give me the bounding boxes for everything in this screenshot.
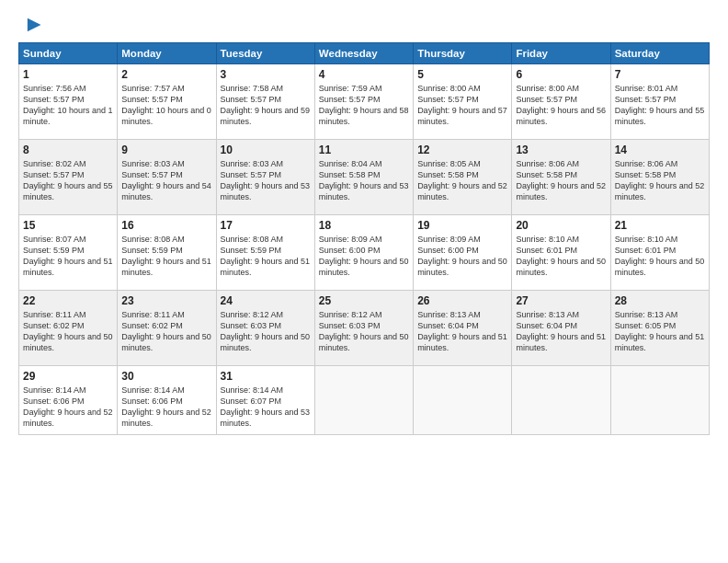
daylight-label: Daylight: 9 hours and 50 minutes. [319, 332, 409, 352]
day-number: 6 [516, 68, 606, 81]
sunset-label: Sunset: 5:57 PM [417, 95, 479, 104]
daylight-label: Daylight: 9 hours and 51 minutes. [221, 257, 311, 277]
day-number: 11 [319, 144, 409, 156]
day-info: Sunrise: 8:10 AM Sunset: 6:01 PM Dayligh… [516, 234, 606, 279]
daylight-label: Daylight: 9 hours and 55 minutes. [23, 181, 113, 201]
daylight-label: Daylight: 9 hours and 50 minutes. [221, 332, 311, 352]
day-info: Sunrise: 7:59 AM Sunset: 5:57 PM Dayligh… [319, 83, 409, 128]
day-number: 23 [121, 294, 211, 307]
sunset-label: Sunset: 5:59 PM [121, 246, 183, 255]
day-info: Sunrise: 8:06 AM Sunset: 5:58 PM Dayligh… [615, 158, 705, 203]
daylight-label: Daylight: 9 hours and 53 minutes. [221, 181, 311, 201]
day-info: Sunrise: 8:14 AM Sunset: 6:06 PM Dayligh… [23, 385, 113, 430]
sunrise-label: Sunrise: 8:14 AM [121, 385, 185, 395]
daylight-label: Daylight: 9 hours and 50 minutes. [121, 332, 211, 352]
daylight-label: Daylight: 9 hours and 50 minutes. [615, 257, 705, 277]
sunrise-label: Sunrise: 8:11 AM [121, 310, 185, 319]
sunrise-label: Sunrise: 8:06 AM [516, 159, 579, 168]
daylight-label: Daylight: 9 hours and 52 minutes. [615, 181, 705, 201]
day-info: Sunrise: 8:14 AM Sunset: 6:06 PM Dayligh… [121, 385, 211, 430]
day-info: Sunrise: 8:07 AM Sunset: 5:59 PM Dayligh… [23, 234, 113, 279]
day-number: 1 [23, 68, 113, 81]
sunset-label: Sunset: 5:57 PM [516, 95, 577, 104]
calendar-cell: 2 Sunrise: 7:57 AM Sunset: 5:57 PM Dayli… [118, 64, 216, 140]
calendar-cell: 18 Sunrise: 8:09 AM Sunset: 6:00 PM Dayl… [314, 215, 413, 291]
sunrise-label: Sunrise: 8:11 AM [23, 310, 86, 319]
calendar-cell [512, 366, 610, 435]
sunrise-label: Sunrise: 8:06 AM [615, 159, 678, 168]
calendar-cell: 16 Sunrise: 8:08 AM Sunset: 5:59 PM Dayl… [118, 215, 216, 291]
day-number: 27 [516, 294, 606, 307]
day-number: 9 [121, 144, 211, 156]
calendar-header-friday: Friday [512, 43, 610, 64]
day-number: 30 [121, 370, 211, 383]
sunrise-label: Sunrise: 8:13 AM [417, 310, 481, 319]
sunset-label: Sunset: 5:57 PM [23, 170, 85, 179]
daylight-label: Daylight: 9 hours and 51 minutes. [615, 332, 705, 352]
calendar-cell: 20 Sunrise: 8:10 AM Sunset: 6:01 PM Dayl… [512, 215, 610, 291]
logo [18, 17, 42, 35]
day-info: Sunrise: 8:11 AM Sunset: 6:02 PM Dayligh… [23, 309, 113, 354]
sunrise-label: Sunrise: 8:08 AM [121, 235, 185, 244]
sunset-label: Sunset: 6:06 PM [23, 396, 85, 406]
sunrise-label: Sunrise: 7:59 AM [319, 84, 382, 93]
calendar-week-row: 29 Sunrise: 8:14 AM Sunset: 6:06 PM Dayl… [19, 366, 710, 435]
sunset-label: Sunset: 5:59 PM [221, 246, 282, 255]
day-info: Sunrise: 8:03 AM Sunset: 5:57 PM Dayligh… [221, 158, 311, 203]
day-number: 14 [615, 144, 705, 156]
day-number: 16 [121, 219, 211, 232]
sunrise-label: Sunrise: 7:58 AM [221, 84, 284, 93]
day-number: 26 [417, 294, 507, 307]
day-info: Sunrise: 8:03 AM Sunset: 5:57 PM Dayligh… [121, 158, 211, 203]
day-number: 10 [221, 144, 311, 156]
sunset-label: Sunset: 6:02 PM [23, 321, 85, 330]
daylight-label: Daylight: 9 hours and 50 minutes. [23, 332, 113, 352]
daylight-label: Daylight: 9 hours and 50 minutes. [417, 257, 507, 277]
calendar-cell [314, 366, 413, 435]
sunset-label: Sunset: 5:57 PM [121, 95, 183, 104]
day-info: Sunrise: 8:06 AM Sunset: 5:58 PM Dayligh… [516, 158, 606, 203]
sunrise-label: Sunrise: 8:02 AM [23, 159, 86, 168]
day-number: 19 [417, 219, 507, 232]
calendar-header-tuesday: Tuesday [216, 43, 314, 64]
day-info: Sunrise: 8:14 AM Sunset: 6:07 PM Dayligh… [221, 385, 311, 430]
calendar-cell: 5 Sunrise: 8:00 AM Sunset: 5:57 PM Dayli… [414, 64, 512, 140]
sunrise-label: Sunrise: 8:10 AM [516, 235, 579, 244]
logo-icon [22, 15, 42, 35]
day-number: 3 [221, 68, 311, 81]
daylight-label: Daylight: 10 hours and 1 minute. [23, 106, 113, 126]
sunrise-label: Sunrise: 8:12 AM [319, 310, 382, 319]
calendar-header-thursday: Thursday [414, 43, 512, 64]
sunset-label: Sunset: 5:59 PM [23, 246, 85, 255]
sunrise-label: Sunrise: 8:13 AM [615, 310, 678, 319]
daylight-label: Daylight: 9 hours and 57 minutes. [417, 106, 507, 126]
day-number: 7 [615, 68, 705, 81]
day-info: Sunrise: 8:13 AM Sunset: 6:04 PM Dayligh… [417, 309, 507, 354]
day-info: Sunrise: 8:00 AM Sunset: 5:57 PM Dayligh… [417, 83, 507, 128]
calendar-header-saturday: Saturday [610, 43, 709, 64]
day-info: Sunrise: 8:13 AM Sunset: 6:04 PM Dayligh… [516, 309, 606, 354]
day-info: Sunrise: 7:57 AM Sunset: 5:57 PM Dayligh… [121, 83, 211, 128]
calendar-cell: 6 Sunrise: 8:00 AM Sunset: 5:57 PM Dayli… [512, 64, 610, 140]
daylight-label: Daylight: 9 hours and 56 minutes. [516, 106, 606, 126]
daylight-label: Daylight: 9 hours and 51 minutes. [23, 257, 113, 277]
day-info: Sunrise: 8:12 AM Sunset: 6:03 PM Dayligh… [221, 309, 311, 354]
calendar-cell: 9 Sunrise: 8:03 AM Sunset: 5:57 PM Dayli… [118, 140, 216, 215]
daylight-label: Daylight: 9 hours and 52 minutes. [121, 408, 211, 428]
sunrise-label: Sunrise: 8:10 AM [615, 235, 678, 244]
sunrise-label: Sunrise: 8:13 AM [516, 310, 579, 319]
sunset-label: Sunset: 6:07 PM [221, 396, 282, 406]
daylight-label: Daylight: 9 hours and 59 minutes. [221, 106, 311, 126]
daylight-label: Daylight: 9 hours and 53 minutes. [319, 181, 409, 201]
calendar-cell: 23 Sunrise: 8:11 AM Sunset: 6:02 PM Dayl… [118, 291, 216, 366]
calendar-week-row: 1 Sunrise: 7:56 AM Sunset: 5:57 PM Dayli… [19, 64, 710, 140]
day-info: Sunrise: 8:09 AM Sunset: 6:00 PM Dayligh… [417, 234, 507, 279]
day-number: 17 [221, 219, 311, 232]
day-number: 8 [23, 144, 113, 156]
day-info: Sunrise: 8:01 AM Sunset: 5:57 PM Dayligh… [615, 83, 705, 128]
calendar-cell: 30 Sunrise: 8:14 AM Sunset: 6:06 PM Dayl… [118, 366, 216, 435]
sunset-label: Sunset: 5:58 PM [615, 170, 677, 179]
sunrise-label: Sunrise: 7:56 AM [23, 84, 86, 93]
sunset-label: Sunset: 5:57 PM [121, 170, 183, 179]
daylight-label: Daylight: 9 hours and 52 minutes. [23, 408, 113, 428]
